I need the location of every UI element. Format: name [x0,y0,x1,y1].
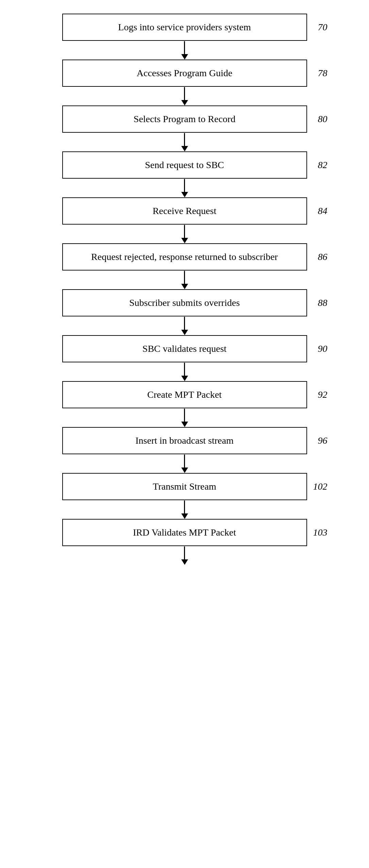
box-step-78: Accesses Program Guide [62,60,307,87]
box-step-80: Selects Program to Record [62,105,307,133]
arrow [32,316,338,335]
flow-item: Accesses Program Guide78 [32,60,338,87]
arrow-line [184,179,185,192]
ref-step-70: 70 [318,22,328,33]
ref-step-80: 80 [318,114,328,125]
arrow-head [181,238,188,243]
arrow [32,87,338,105]
arrow [32,133,338,151]
arrow-head [181,192,188,197]
box-step-70: Logs into service providers system [62,14,307,41]
box-step-92: Create MPT Packet [62,381,307,408]
flow-item: Receive Request84 [32,197,338,225]
arrow-head [181,422,188,427]
arrow-line [184,225,185,238]
ref-step-78: 78 [318,68,328,79]
arrow-line [184,317,185,330]
arrow-head-end [181,559,188,565]
arrow-head [181,330,188,335]
arrow [32,41,338,60]
arrow-line [184,455,185,468]
flow-item: Insert in broadcast stream96 [32,427,338,454]
ref-step-92: 92 [318,389,328,400]
arrow-head [181,513,188,519]
flowchart: Logs into service providers system70Acce… [32,14,338,854]
ref-step-82: 82 [318,160,328,170]
arrow [32,362,338,381]
box-step-88: Subscriber submits overrides [62,289,307,316]
arrow-head [181,468,188,473]
arrow [32,500,338,519]
ref-step-90: 90 [318,343,328,354]
ref-step-88: 88 [318,297,328,308]
box-step-103: IRD Validates MPT Packet [62,519,307,546]
flow-item: IRD Validates MPT Packet103 [32,519,338,546]
arrow [32,271,338,289]
box-step-86: Request rejected, response returned to s… [62,243,307,271]
flow-item: Subscriber submits overrides88 [32,289,338,316]
flow-item: Create MPT Packet92 [32,381,338,408]
arrow-head [181,376,188,381]
arrow-line-end [184,546,185,559]
box-step-102: Transmit Stream [62,473,307,500]
arrow-end [32,546,338,565]
arrow-line [184,133,185,146]
box-step-96: Insert in broadcast stream [62,427,307,454]
arrow-line [184,41,185,54]
arrow [32,454,338,473]
box-step-82: Send request to SBC [62,151,307,179]
arrow-line [184,87,185,100]
arrow-head [181,54,188,60]
arrow-head [181,100,188,105]
flow-item: Logs into service providers system70 [32,14,338,41]
box-step-90: SBC validates request [62,335,307,362]
ref-step-86: 86 [318,251,328,262]
arrow-line [184,363,185,376]
box-step-84: Receive Request [62,197,307,225]
arrow [32,179,338,197]
arrow [32,225,338,243]
flow-item: SBC validates request90 [32,335,338,362]
arrow-line [184,271,185,284]
arrow-head [181,284,188,289]
ref-step-84: 84 [318,206,328,216]
arrow-line [184,409,185,422]
flow-item: Selects Program to Record80 [32,105,338,133]
flow-item: Send request to SBC82 [32,151,338,179]
arrow-head [181,146,188,151]
ref-step-103: 103 [313,527,328,538]
arrow-line [184,501,185,513]
ref-step-96: 96 [318,435,328,446]
arrow [32,408,338,427]
flow-item: Request rejected, response returned to s… [32,243,338,271]
ref-step-102: 102 [313,481,328,492]
flow-item: Transmit Stream102 [32,473,338,500]
